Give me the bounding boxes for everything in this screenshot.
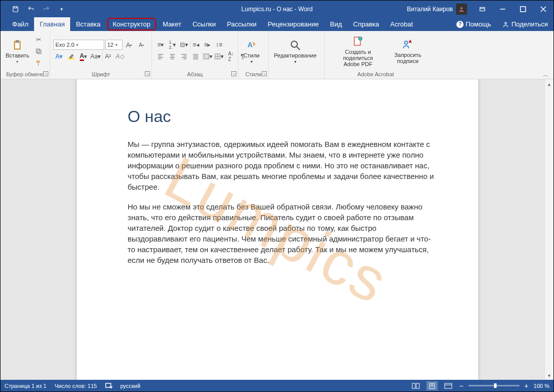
grow-font-icon[interactable]: A▴ <box>124 40 135 50</box>
increase-indent-icon[interactable]: ≡▸ <box>202 40 213 50</box>
superscript-icon[interactable]: A² <box>102 51 113 62</box>
tab-file[interactable]: Файл <box>7 17 34 31</box>
dialog-launcher-icon[interactable]: ↘ <box>43 71 48 76</box>
minimize-icon[interactable] <box>493 1 513 17</box>
zoom-slider[interactable] <box>469 385 519 386</box>
group-styles: A Стили▾ Стили↘ <box>238 31 269 79</box>
search-icon <box>289 39 301 51</box>
quick-access-toolbar: ▾ <box>1 1 68 17</box>
shrink-font-icon[interactable]: A▾ <box>136 40 147 50</box>
language[interactable]: русский <box>120 383 140 389</box>
tab-view[interactable]: Вид <box>324 17 348 31</box>
zoom-thumb[interactable] <box>494 383 497 388</box>
group-editing: Редактирование▾ <box>269 31 325 79</box>
align-center-icon[interactable] <box>167 51 178 62</box>
font-color-icon[interactable]: A▾ <box>78 51 89 62</box>
maximize-icon[interactable] <box>513 1 533 17</box>
close-icon[interactable] <box>533 1 553 17</box>
create-pdf-button[interactable]: ↑ Создать и поделиться Adobe PDF <box>328 35 388 68</box>
svg-point-0 <box>460 7 463 9</box>
styles-button[interactable]: A Стили▾ <box>241 38 262 65</box>
scroll-down-icon[interactable]: ▾ <box>545 371 553 380</box>
user-account[interactable]: Виталий Каиров <box>402 4 472 15</box>
print-layout-icon[interactable] <box>426 381 438 390</box>
bullets-icon[interactable]: ≡▾ <box>155 40 166 50</box>
align-right-icon[interactable] <box>178 51 190 62</box>
word-count[interactable]: Число слов: 115 <box>54 383 97 389</box>
chevron-down-icon: ▾ <box>115 43 117 47</box>
group-font: Exo 2.0▾ 12▾ A▴ A▾ A▾ A▾ Aa▾ A² A◇ Шрифт… <box>50 31 152 79</box>
styles-icon: A <box>245 39 258 51</box>
svg-point-6 <box>505 22 507 24</box>
tab-design[interactable]: Конструктор <box>107 18 156 31</box>
redo-icon[interactable] <box>40 3 52 15</box>
tab-mailings[interactable]: Рассылки <box>221 17 262 31</box>
undo-icon[interactable] <box>25 3 37 15</box>
group-clipboard: Вставить ▾ ✂ Буфер обмена↘ <box>1 31 50 79</box>
font-name-combo[interactable]: Exo 2.0▾ <box>53 40 104 50</box>
spellcheck-icon[interactable] <box>105 382 112 390</box>
user-name: Виталий Каиров <box>407 6 453 13</box>
clear-format-icon[interactable]: A◇ <box>114 51 126 62</box>
tab-insert[interactable]: Вставка <box>70 17 106 31</box>
tab-help[interactable]: Справка <box>348 17 385 31</box>
tab-home[interactable]: Главная <box>34 17 70 31</box>
align-left-icon[interactable] <box>155 51 166 62</box>
ribbon-tabs: Файл Главная Вставка Конструктор Макет С… <box>1 17 553 31</box>
read-mode-icon[interactable] <box>410 381 421 390</box>
tab-layout[interactable]: Макет <box>157 17 187 31</box>
tell-me[interactable]: ?Помощь <box>451 17 497 31</box>
sort-icon[interactable]: A↓Z <box>225 51 236 62</box>
borders-icon[interactable]: ▾ <box>213 51 225 62</box>
svg-point-34 <box>291 41 297 47</box>
svg-rect-10 <box>37 50 41 54</box>
scroll-up-icon[interactable]: ▴ <box>545 79 553 88</box>
collapse-ribbon-icon[interactable]: ︿ <box>543 71 551 78</box>
request-sign-button[interactable]: Запросить подписи <box>392 38 423 65</box>
ribbon: Вставить ▾ ✂ Буфер обмена↘ Exo 2.0▾ 12▾ … <box>1 31 553 79</box>
dialog-launcher-icon[interactable]: ↘ <box>231 71 236 76</box>
web-layout-icon[interactable] <box>443 381 454 390</box>
ribbon-options-icon[interactable] <box>472 1 493 17</box>
text-effects-icon[interactable]: A▾ <box>53 51 65 62</box>
group-paragraph: ≡▾ 1.2.▾ ⊟▾ ≡◂ ≡▸ ↕≡ ▾ ▾ A↓Z ¶ Абзац↘ <box>152 31 238 79</box>
svg-point-39 <box>405 41 408 44</box>
zoom-level[interactable]: 100 % <box>534 383 549 389</box>
font-size-combo[interactable]: 12▾ <box>105 40 122 50</box>
highlight-icon[interactable] <box>66 51 77 62</box>
copy-icon[interactable] <box>33 46 44 56</box>
qat-dropdown-icon[interactable]: ▾ <box>55 3 68 15</box>
svg-rect-3 <box>520 7 526 12</box>
tab-review[interactable]: Рецензирование <box>262 17 324 31</box>
titlebar: ▾ Lumpics.ru - О нас - Word Виталий Каир… <box>1 1 553 17</box>
vertical-scrollbar[interactable]: ▴ ▾ <box>544 79 553 380</box>
editing-button[interactable]: Редактирование▾ <box>272 38 319 65</box>
line-spacing-icon[interactable]: ↕≡ <box>213 40 225 50</box>
shading-icon[interactable]: ▾ <box>202 51 213 62</box>
doc-paragraph: Но мы не сможем это сделать без Вашей об… <box>128 201 438 265</box>
multilevel-icon[interactable]: ⊟▾ <box>178 40 190 50</box>
zoom-in-icon[interactable]: + <box>525 382 529 390</box>
zoom-out-icon[interactable]: − <box>459 382 463 390</box>
dialog-launcher-icon[interactable]: ↘ <box>145 71 150 76</box>
change-case-icon[interactable]: Aa▾ <box>90 51 101 62</box>
svg-rect-8 <box>16 40 19 42</box>
tab-references[interactable]: Ссылки <box>187 17 222 31</box>
paste-button[interactable]: Вставить ▾ <box>4 38 32 65</box>
format-painter-icon[interactable] <box>33 58 44 68</box>
numbering-icon[interactable]: 1.2.▾ <box>167 40 178 50</box>
svg-rect-29 <box>204 54 209 59</box>
share-button[interactable]: Поделиться <box>497 17 553 31</box>
save-icon[interactable] <box>10 3 22 15</box>
decrease-indent-icon[interactable]: ≡◂ <box>190 40 201 50</box>
dialog-launcher-icon[interactable]: ↘ <box>262 71 267 76</box>
tab-acrobat[interactable]: Acrobat <box>385 17 419 31</box>
svg-rect-46 <box>445 383 452 388</box>
justify-icon[interactable] <box>190 51 201 62</box>
svg-text:↑: ↑ <box>359 37 361 40</box>
page[interactable]: О нас Мы — группа энтузиастов, одержимых… <box>77 79 478 380</box>
page-count[interactable]: Страница 1 из 1 <box>5 383 46 389</box>
window-title: Lumpics.ru - О нас - Word <box>241 6 313 13</box>
cut-icon[interactable]: ✂ <box>33 35 44 45</box>
person-icon <box>502 21 509 28</box>
